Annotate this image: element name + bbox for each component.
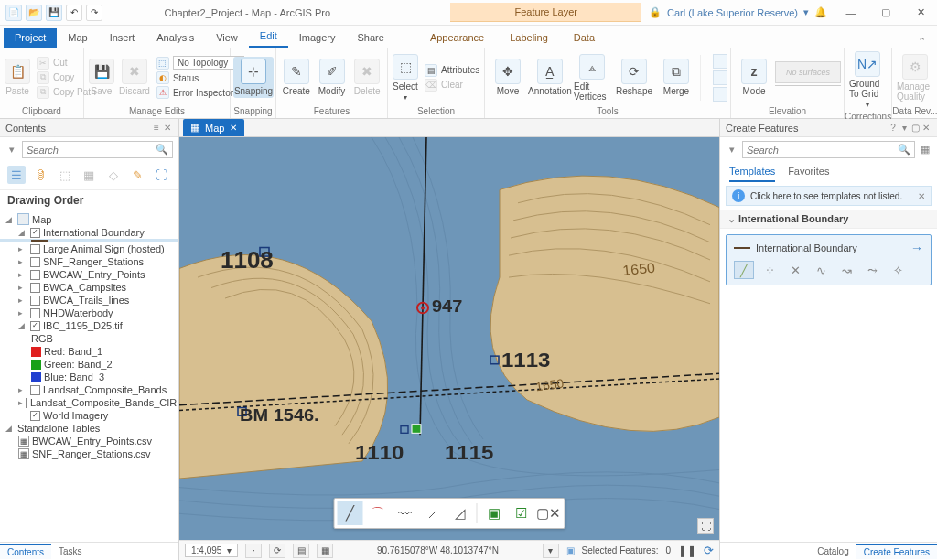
trace-tool[interactable]: ⟋ [420,501,446,525]
edit-vertices-tool[interactable]: ⟁Edit Vertices [572,52,612,103]
signed-in-user[interactable]: 🔒 Carl (Lake Superior Reserve) ▾ 🔔 [641,6,835,18]
list-by-selection[interactable]: ⬚ [56,166,74,184]
annotation-tool[interactable]: A̲Annotation [530,57,570,98]
catalog-tab[interactable]: Catalog [810,544,856,558]
filter-icon[interactable]: ▾ [726,144,738,156]
vertices-tool[interactable]: ▣ [481,501,507,525]
list-by-drawing-order[interactable]: ☰ [7,166,26,184]
template-options-icon[interactable]: ▦ [919,144,932,156]
refresh-icon[interactable]: ⟳ [704,544,714,557]
tab-imagery[interactable]: Imagery [288,28,347,48]
pane-menu-icon[interactable]: ≡ [151,123,162,133]
qat-undo[interactable]: ↶ [66,5,82,21]
map-view-tab[interactable]: ▦ Map ✕ [183,119,244,136]
tab-appearance[interactable]: Appearance [417,28,497,48]
standalone-tables-node[interactable]: ◢Standalone Tables [0,422,178,435]
open-template-icon[interactable]: → [910,241,923,255]
templates-tab[interactable]: Templates [729,166,775,182]
checkbox[interactable] [30,270,40,280]
minimize-button[interactable]: — [835,3,867,23]
snapping-button[interactable]: ⊹Snapping [233,57,274,98]
ribbon-collapse-icon[interactable]: ⌃ [910,36,933,48]
contents-search-input[interactable] [27,145,156,156]
contents-search[interactable]: 🔍 [22,141,173,158]
qat-new-project[interactable]: 📄 [5,5,22,21]
select-button[interactable]: ⬚Select▾ [391,52,420,103]
layer-nhd-waterbody[interactable]: ▸NHDWaterbody [0,307,178,319]
tab-share[interactable]: Share [347,28,395,48]
tab-insert[interactable]: Insert [99,28,146,48]
map-options-icon[interactable]: ⛶ [697,518,714,534]
favorites-tab[interactable]: Favorites [788,166,829,182]
attributes-button[interactable]: ▤Attributes [421,63,483,78]
tab-project[interactable]: Project [4,28,57,48]
elevation-mode-button[interactable]: zMode [734,57,774,98]
checkbox[interactable] [30,296,40,306]
checkbox[interactable] [30,244,40,254]
checkbox[interactable] [30,308,40,318]
line-tool[interactable]: ╱ [338,501,363,525]
tab-view[interactable]: View [205,28,249,48]
layer-snf-ranger-stations[interactable]: ▸SNF_Ranger_Stations [0,255,178,268]
table-ranger-stations[interactable]: ▦SNF_Ranger_Stations.csv [0,447,178,460]
template-search[interactable]: 🔍 [742,141,915,158]
layer-bwca-trails-lines[interactable]: ▸BWCA_Trails_lines [0,294,178,307]
qat-open-project[interactable]: 📂 [26,5,42,21]
pane-close-icon[interactable]: ✕ [162,123,173,133]
create-features-tab[interactable]: Create Features [856,544,937,559]
tool-gallery-down-icon[interactable] [713,70,727,85]
list-by-labeling[interactable]: ✎ [128,166,146,184]
status-rotation-icon[interactable]: ⟳ [269,544,285,558]
modify-button[interactable]: ✐Modify [315,57,350,98]
dismiss-info-icon[interactable]: ✕ [918,191,925,201]
tool-line[interactable]: ╱ [734,261,754,279]
qat-redo[interactable]: ↷ [86,5,102,21]
tool-gallery-up-icon[interactable] [713,54,727,69]
ground-to-grid-button[interactable]: N↗Ground To Grid▾ [847,49,888,111]
finish-tool[interactable]: ☑ [509,501,534,525]
reshape-tool[interactable]: ⟳Reshape [614,57,654,98]
checkbox[interactable] [30,411,40,421]
pane-help-icon[interactable]: ? [888,123,899,133]
checkbox[interactable] [30,257,40,267]
close-map-tab-icon[interactable]: ✕ [230,123,237,133]
pane-dock-icon[interactable]: ▢ [910,123,921,133]
layer-large-animal-sign[interactable]: ▸Large Animal Sign (hosted) [0,242,178,255]
merge-tool[interactable]: ⧉Merge [656,57,696,98]
table-entry-points[interactable]: ▦BWCAW_Entry_Points.csv [0,435,178,447]
notification-icon[interactable]: 🔔 [814,6,827,18]
cancel-tool[interactable]: ▢✕ [536,501,562,525]
checkbox[interactable] [30,283,40,293]
checkbox[interactable] [26,398,27,408]
filter-icon[interactable]: ▾ [5,144,18,156]
pane-menu-icon[interactable]: ▾ [899,123,910,133]
scale-lock-icon[interactable]: · [245,544,262,558]
layer-ibc-tif[interactable]: ◢IBC_1195_D25.tif [0,319,178,332]
tool-two-point[interactable]: ⁘ [759,261,780,279]
list-by-perspective[interactable]: ⛶ [153,166,171,184]
arc-tool[interactable]: ⌒ [365,501,391,525]
contents-tab[interactable]: Contents [0,544,51,559]
checkbox[interactable] [30,321,40,331]
template-international-boundary[interactable]: International Boundary → ╱ ⁘ ✕ ∿ ↝ ⤳ ✧ [726,234,932,285]
tool-trace[interactable]: ↝ [836,261,856,279]
template-search-input[interactable] [747,145,898,156]
pane-close-icon[interactable]: ✕ [921,123,932,133]
status-extent-icon[interactable]: ▤ [293,544,309,558]
tab-map[interactable]: Map [57,28,98,48]
right-angle-tool[interactable]: ◿ [447,501,473,525]
tool-point[interactable]: ✕ [785,261,805,279]
template-group-header[interactable]: ⌄ International Boundary [720,210,937,229]
close-button[interactable]: ✕ [904,3,937,23]
tool-stream[interactable]: ⤳ [862,261,882,279]
tool-gallery-more-icon[interactable] [713,87,727,102]
tab-data[interactable]: Data [561,28,608,48]
tab-labeling[interactable]: Labeling [497,28,561,48]
tab-edit[interactable]: Edit [249,27,288,48]
list-by-source[interactable]: 🛢 [31,166,49,184]
snapping-status-icon[interactable]: ❚❚ [678,544,696,557]
map-node[interactable]: ◢Map [0,212,178,226]
map-scale-combo[interactable]: 1:4,095▾ [185,544,238,557]
tasks-tab[interactable]: Tasks [51,544,90,558]
layer-landsat-composite[interactable]: ▸Landsat_Composite_Bands [0,383,178,396]
